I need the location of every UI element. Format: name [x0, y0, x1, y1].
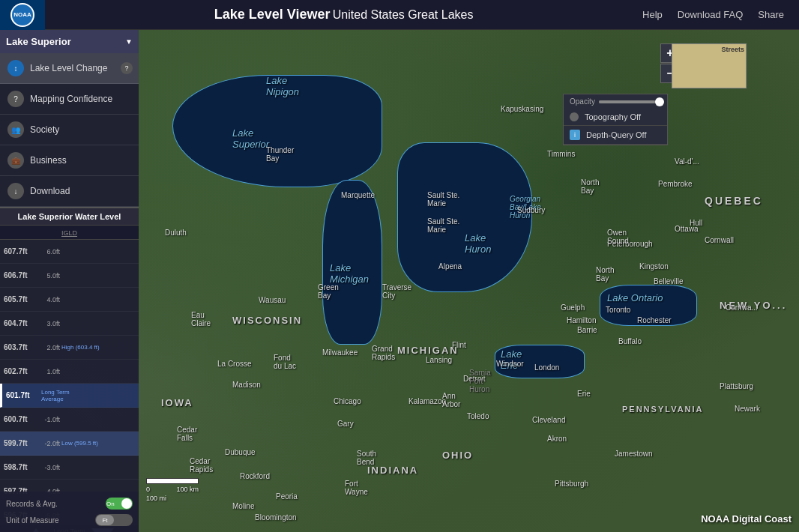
- wl-val-6067: 606.7ft: [4, 271, 37, 279]
- scale-bar: 0 100 km 100 mi: [146, 478, 199, 502]
- lake-ontario-shape: [600, 285, 697, 326]
- wl-row-6027: 602.7ft 1.0ft: [0, 360, 139, 384]
- sidebar-item-society[interactable]: 👥 Society: [0, 115, 139, 145]
- dropdown-arrow-icon: ▼: [125, 37, 133, 46]
- download-icon: ↓: [7, 183, 24, 199]
- toggle-knob: [121, 498, 132, 509]
- water-level-title: Lake Superior Water Level: [0, 208, 139, 226]
- lake-michigan-shape: [322, 180, 382, 345]
- water-level-chart: 607.7ft 6.0ft 606.7ft 5.0ft 605.7ft 4.0f…: [0, 240, 139, 525]
- business-icon: 💼: [7, 152, 24, 169]
- lake-selector-dropdown[interactable]: Lake Superior ▼: [0, 30, 139, 53]
- topography-dot: [570, 112, 579, 121]
- wl-rel-6007: -1.0ft: [37, 416, 60, 423]
- opacity-fill: [599, 100, 655, 103]
- wl-rel-6047: 3.0ft: [37, 320, 60, 327]
- title-sub: United States Great Lakes: [333, 8, 474, 21]
- wl-row-current: 601.7ft Long TermAverage: [0, 384, 139, 408]
- wl-val-6047: 604.7ft: [4, 319, 37, 327]
- wl-val-6077: 607.7ft: [4, 247, 37, 256]
- wl-val-current: 601.7ft: [6, 391, 40, 399]
- scale-label-0: 0: [146, 486, 150, 493]
- wl-val-6007: 600.7ft: [4, 415, 37, 423]
- scale-label-mi: 100 mi: [146, 495, 166, 502]
- scale-labels: 0 100 km: [146, 486, 199, 493]
- wl-rel-6067: 5.0ft: [37, 272, 60, 279]
- high-badge: High (603.4 ft): [61, 344, 100, 351]
- unit-value: Ft: [102, 517, 107, 524]
- sidebar-item-download[interactable]: ↓ Download: [0, 176, 139, 207]
- opacity-control: Opacity: [564, 94, 667, 109]
- header: NOAA Lake Level Viewer United States Gre…: [0, 0, 799, 30]
- title-main: Lake Level Viewer: [214, 7, 331, 22]
- noaa-emblem: NOAA: [10, 3, 34, 27]
- help-link[interactable]: Help: [642, 9, 663, 20]
- opacity-label: Opacity: [570, 97, 595, 106]
- help-icon-lake-level[interactable]: ?: [121, 62, 133, 74]
- unit-toggle[interactable]: Ft: [95, 514, 133, 526]
- menu-label-business: Business: [30, 155, 67, 166]
- sidebar-menu: ↕ Lake Level Change ? ? Mapping Confiden…: [0, 53, 139, 207]
- menu-label-lake-level: Lake Level Change: [30, 63, 107, 73]
- map-controls: Streets + − Opacity Topography Off i Dep…: [660, 37, 788, 187]
- topography-label: Topography Off: [585, 112, 641, 121]
- sidebar-item-mapping-confidence[interactable]: ? Mapping Confidence: [0, 84, 139, 115]
- noaa-logo: NOAA: [0, 0, 45, 30]
- unit-control-row: Unit of Measure Ft: [6, 512, 133, 528]
- depth-query-label: Depth-Query Off: [586, 130, 647, 139]
- society-icon: 👥: [7, 121, 24, 138]
- water-level-panel: Lake Superior Water Level IGLD 607.7ft 6…: [0, 207, 139, 532]
- current-badge: Long TermAverage: [41, 389, 70, 402]
- lake-level-icon: ↕: [7, 60, 24, 76]
- wl-rel-6027: 1.0ft: [37, 368, 60, 375]
- sidebar-item-lake-level-change[interactable]: ↕ Lake Level Change ?: [0, 53, 139, 84]
- wl-rel-6057: 4.0ft: [37, 296, 60, 303]
- toggle-on-text: On: [106, 501, 115, 507]
- scale-segment-1: [146, 478, 199, 484]
- depth-query-dot: i: [570, 130, 580, 140]
- download-faq-link[interactable]: Download FAQ: [678, 9, 743, 20]
- share-link[interactable]: Share: [758, 9, 784, 20]
- menu-label-society: Society: [30, 124, 59, 135]
- wl-row-6077: 607.7ft 6.0ft: [0, 240, 139, 264]
- wl-val-5997: 599.7ft: [4, 439, 37, 447]
- lake-huron-shape: [397, 142, 532, 292]
- wl-rel-6037: 2.0ft: [37, 344, 60, 351]
- low-badge: Low (599.5 ft): [61, 440, 98, 447]
- igld-label[interactable]: IGLD: [61, 229, 77, 237]
- wl-val-5987: 598.7ft: [4, 463, 37, 471]
- noaa-digital-coast: NOAA Digital Coast: [701, 513, 792, 525]
- wl-row-5997: 599.7ft -2.0ft Low (599.5 ft): [0, 432, 139, 456]
- records-toggle[interactable]: On: [106, 498, 133, 510]
- records-control-row: Records & Avg. On: [6, 495, 133, 512]
- records-label: Records & Avg.: [6, 500, 58, 508]
- wl-val-6037: 603.7ft: [4, 343, 37, 351]
- wl-rel-5997: -2.0ft: [37, 440, 60, 447]
- wl-row-5987: 598.7ft -3.0ft: [0, 456, 139, 480]
- bottom-controls: Records & Avg. On Unit of Measure Ft: [0, 492, 139, 532]
- scale-labels-2: 100 mi: [146, 495, 199, 502]
- wl-row-6057: 605.7ft 4.0ft: [0, 288, 139, 312]
- opacity-slider[interactable]: [599, 100, 661, 103]
- menu-label-download: Download: [30, 186, 70, 196]
- sidebar-item-business[interactable]: 💼 Business: [0, 145, 139, 176]
- wl-row-6007: 600.7ft -1.0ft: [0, 408, 139, 432]
- wl-row-6067: 606.7ft 5.0ft: [0, 264, 139, 288]
- mini-map-label: Streets: [721, 46, 744, 53]
- topography-layer[interactable]: Topography Off: [564, 109, 667, 126]
- header-nav: Help Download FAQ Share: [642, 9, 799, 20]
- wl-val-6057: 605.7ft: [4, 295, 37, 303]
- menu-label-mapping: Mapping Confidence: [30, 94, 112, 104]
- wl-val-6027: 602.7ft: [4, 367, 37, 375]
- mapping-icon: ?: [7, 91, 24, 107]
- mini-map: Streets: [672, 43, 747, 88]
- depth-query-layer[interactable]: i Depth-Query Off: [564, 126, 667, 145]
- layer-controls: Opacity Topography Off i Depth-Query Off: [563, 94, 668, 145]
- wl-rel-6077: 6.0ft: [37, 248, 60, 256]
- wl-row-6047: 604.7ft 3.0ft: [0, 312, 139, 336]
- wl-row-6037: 603.7ft 2.0ft High (603.4 ft): [0, 336, 139, 360]
- unit-knob: Ft: [96, 515, 114, 525]
- sidebar: Lake Superior ▼ ↕ Lake Level Change ? ? …: [0, 30, 139, 532]
- wl-rel-5987: -3.0ft: [37, 464, 60, 471]
- lake-erie-shape: [495, 345, 585, 378]
